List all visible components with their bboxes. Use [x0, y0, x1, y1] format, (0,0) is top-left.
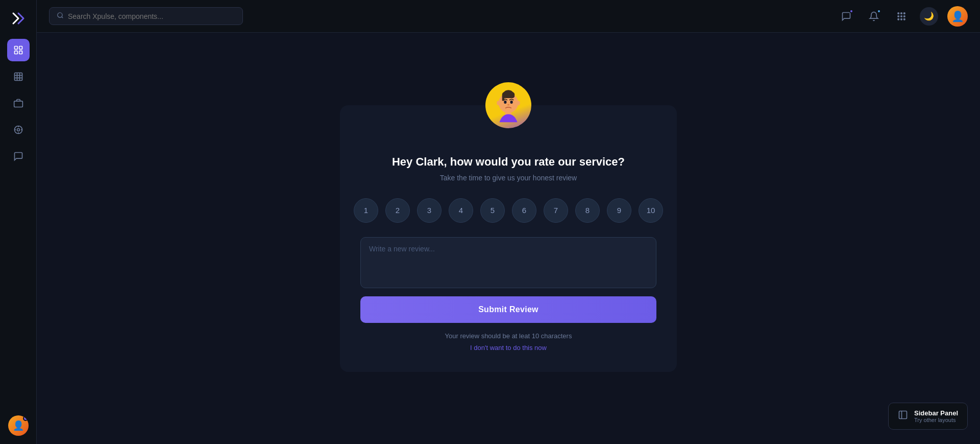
- bell-icon-btn[interactable]: [865, 7, 883, 26]
- rating-btn-4[interactable]: 4: [449, 198, 473, 223]
- rating-btn-6[interactable]: 6: [512, 198, 536, 223]
- topbar-actions: 🌙 👤: [837, 6, 968, 27]
- search-box[interactable]: [49, 7, 243, 25]
- search-icon: [57, 12, 64, 20]
- badge-text: Sidebar Panel Try other layouts: [914, 409, 958, 423]
- rating-btn-7[interactable]: 7: [544, 198, 568, 223]
- svg-point-18: [898, 12, 899, 14]
- svg-point-32: [504, 100, 506, 103]
- card-title: Hey Clark, how would you rate our servic…: [392, 155, 625, 169]
- search-input[interactable]: [68, 12, 235, 20]
- sidebar-item-dashboard[interactable]: [7, 39, 30, 61]
- svg-rect-38: [899, 411, 907, 419]
- icon-sidebar: 👤: [0, 0, 37, 444]
- badge-subtitle: Try other layouts: [914, 417, 958, 423]
- user-avatar-sidebar[interactable]: 👤: [8, 415, 29, 436]
- svg-rect-1: [19, 46, 22, 50]
- svg-point-20: [904, 12, 905, 14]
- svg-point-16: [58, 13, 62, 17]
- page-content: Hey Clark, how would you rate our servic…: [37, 33, 980, 444]
- badge-title: Sidebar Panel: [914, 409, 958, 417]
- app-logo[interactable]: [8, 8, 29, 29]
- sidebar-item-notification[interactable]: [7, 119, 30, 141]
- svg-point-35: [497, 101, 500, 105]
- sidebar-item-briefcase[interactable]: [7, 92, 30, 114]
- rating-row: 1 2 3 4 5 6 7 8 9 10: [354, 198, 663, 223]
- svg-rect-2: [14, 51, 17, 54]
- review-card: Hey Clark, how would you rate our servic…: [340, 105, 677, 372]
- user-avatar-card: [485, 82, 531, 128]
- svg-rect-0: [14, 46, 17, 50]
- svg-point-21: [898, 15, 899, 17]
- svg-point-30: [504, 90, 513, 96]
- theme-toggle-btn[interactable]: 🌙: [920, 7, 938, 26]
- rating-btn-1[interactable]: 1: [354, 198, 378, 223]
- sidebar-panel-icon: [898, 410, 908, 423]
- sidebar-item-chat[interactable]: [7, 145, 30, 168]
- svg-point-26: [904, 18, 905, 20]
- card-subtitle: Take the time to give us your honest rev…: [440, 174, 577, 182]
- avatar-notification-dot: [23, 416, 28, 421]
- chat-icon-btn[interactable]: [837, 7, 855, 26]
- rating-btn-5[interactable]: 5: [480, 198, 505, 223]
- topbar: 🌙 👤: [37, 0, 980, 33]
- svg-point-36: [517, 101, 520, 105]
- svg-line-17: [62, 17, 63, 18]
- bell-notification-dot: [877, 9, 881, 13]
- svg-rect-4: [14, 73, 22, 81]
- rating-btn-8[interactable]: 8: [575, 198, 600, 223]
- svg-point-22: [901, 15, 902, 17]
- card-hint: Your review should be at leat 10 charact…: [445, 332, 572, 340]
- svg-point-11: [17, 129, 19, 131]
- rating-btn-9[interactable]: 9: [607, 198, 631, 223]
- review-textarea[interactable]: [360, 237, 656, 288]
- svg-point-23: [904, 15, 905, 17]
- user-avatar-topbar[interactable]: 👤: [947, 6, 968, 27]
- rating-btn-3[interactable]: 3: [417, 198, 442, 223]
- chat-notification-dot: [849, 9, 853, 13]
- main-area: 🌙 👤: [37, 0, 980, 444]
- sidebar-item-grid[interactable]: [7, 65, 30, 88]
- sidebar-panel-badge[interactable]: Sidebar Panel Try other layouts: [888, 403, 968, 430]
- grid-icon-btn[interactable]: [892, 7, 911, 26]
- svg-point-34: [507, 104, 509, 105]
- svg-rect-3: [19, 51, 22, 54]
- rating-btn-2[interactable]: 2: [385, 198, 410, 223]
- svg-point-19: [901, 12, 902, 14]
- svg-rect-9: [14, 101, 22, 107]
- rating-btn-10[interactable]: 10: [639, 198, 663, 223]
- svg-point-33: [510, 100, 513, 103]
- svg-point-25: [901, 18, 902, 20]
- svg-point-24: [898, 18, 899, 20]
- skip-link[interactable]: I don't want to do this now: [470, 344, 547, 352]
- submit-review-button[interactable]: Submit Review: [360, 296, 656, 323]
